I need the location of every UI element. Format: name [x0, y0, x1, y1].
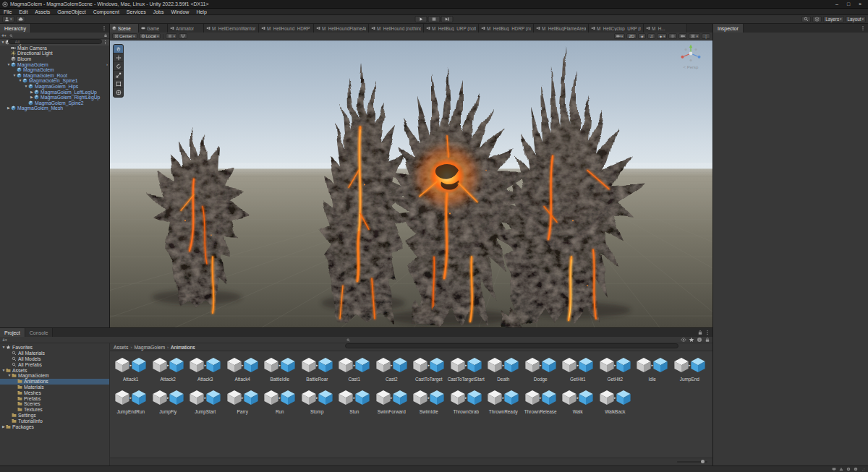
asset-gethit2[interactable]: ▸GetHit2 [597, 354, 634, 382]
warning-icon[interactable] [839, 467, 843, 471]
expand-subassets-arrow[interactable]: ▸ [540, 363, 542, 367]
lock-icon[interactable] [705, 337, 710, 343]
breadcrumb-magmagolem[interactable]: MagmaGolem [134, 345, 165, 350]
expand-subassets-arrow[interactable]: ▸ [278, 363, 281, 367]
tab-m-hellcyclop-urp-nothi[interactable]: M_HellCyclop_URP (nothi... [589, 24, 644, 33]
menu-window[interactable]: Window [168, 9, 193, 14]
layout-dropdown[interactable]: Layout▾ [846, 16, 866, 22]
menu-gameobject[interactable]: GameObject [54, 9, 89, 14]
hierarchy-item-magmagolem-hips-8[interactable]: ▼MagmaGolem_Hips [0, 84, 109, 90]
tab-m-helldemonwarrior-arm[interactable]: M_HellDemonWarrior_Arm... [204, 24, 259, 33]
project-tree-meshes[interactable]: Meshes [0, 390, 109, 395]
audio-toggle[interactable]: ♫ [647, 33, 655, 39]
tab-animator[interactable]: Animator [168, 24, 204, 33]
tab-hierarchy[interactable]: Hierarchy [0, 24, 31, 33]
slider-knob[interactable] [701, 460, 705, 463]
asset-gethit1[interactable]: ▸GetHit1 [559, 354, 597, 382]
expand-subassets-arrow[interactable]: ▸ [278, 395, 281, 400]
tab-m-hellhoundflamearea[interactable]: M_HellHoundFlameArea_... [314, 24, 369, 33]
snap-toggle[interactable] [179, 33, 187, 39]
expand-subassets-arrow[interactable]: ▸ [391, 395, 393, 400]
view-tool-button[interactable] [114, 45, 123, 53]
expand-subassets-arrow[interactable]: ▸ [353, 395, 355, 400]
hidden-packages-icon[interactable] [681, 337, 686, 343]
2d-toggle[interactable]: 2D [626, 33, 637, 39]
project-tree-animations[interactable]: Animations [0, 379, 109, 385]
tab-m-hellbug-hdrp-nothing[interactable]: M_HellBug_HDRP (nothing... [479, 24, 534, 33]
asset-death[interactable]: ▸Death [485, 354, 522, 382]
menu-assets[interactable]: Assets [31, 9, 54, 14]
asset-thrownrelease[interactable]: ▸ThrownRelease [522, 387, 560, 414]
asset-battleroar[interactable]: ▸BattleRoar [299, 354, 336, 382]
render-mode-dropdown[interactable]: ▾ [614, 33, 626, 39]
hierarchy-item-bloom-3[interactable]: Bloom [0, 56, 109, 62]
asset-battleidle[interactable]: ▸BattleIdle [261, 354, 299, 382]
hierarchy-item-magmagolem-spine1-7[interactable]: ▼MagmaGolem_Spine1 [0, 78, 109, 84]
expand-subassets-arrow[interactable]: ▸ [614, 363, 616, 367]
play-button[interactable] [415, 16, 427, 22]
asset-walkback[interactable]: ▸WalkBack [597, 387, 634, 414]
expand-subassets-arrow[interactable]: ▸ [502, 395, 504, 400]
project-tree-packages[interactable]: ▶Packages [0, 424, 109, 429]
expand-subassets-arrow[interactable]: ▸ [242, 363, 244, 367]
project-kebab-icon[interactable] [705, 330, 710, 335]
tab-inspector[interactable]: Inspector [713, 24, 744, 33]
lighting-toggle[interactable]: ☀ [638, 33, 646, 39]
expand-subassets-arrow[interactable]: ▸ [614, 395, 616, 400]
lock-icon[interactable] [103, 33, 108, 38]
expand-subassets-arrow[interactable]: ▸ [465, 363, 467, 367]
expand-subassets-arrow[interactable]: ▸ [167, 395, 169, 400]
asset-swimforward[interactable]: ▸SwimForward [373, 387, 411, 414]
menu-edit[interactable]: Edit [15, 9, 31, 14]
hierarchy-search-input[interactable] [8, 39, 102, 44]
pivot-dropdown[interactable]: Center▾ [112, 33, 137, 39]
hierarchy-item-magmagolem-rightlegup-10[interactable]: ▶MagmaGolem_RightLegUp [0, 95, 109, 100]
tab-console[interactable]: Console [25, 328, 54, 337]
account-dropdown[interactable]: ▾ [2, 16, 14, 22]
orientation-dropdown[interactable]: Local▾ [139, 33, 161, 39]
expand-subassets-arrow[interactable]: ▸ [204, 395, 206, 400]
search-everything-button[interactable] [801, 16, 811, 22]
projection-label[interactable]: < Persp [673, 65, 708, 69]
scene-viewport[interactable]: < Persp [110, 40, 712, 327]
cloud-button[interactable] [16, 16, 25, 22]
rect-tool-button[interactable] [114, 80, 123, 88]
menu-help[interactable]: Help [192, 9, 210, 14]
expand-subassets-arrow[interactable]: ▸ [204, 363, 206, 367]
prefab-open-chevron[interactable]: › [106, 62, 108, 66]
grid-snap-dropdown[interactable]: ▾ [166, 33, 177, 39]
expand-subassets-arrow[interactable]: ▸ [353, 363, 355, 367]
project-tree-materials[interactable]: Materials [0, 385, 109, 390]
expand-subassets-arrow[interactable]: ▸ [167, 363, 169, 367]
camera-settings-button[interactable] [678, 33, 687, 39]
menu-services[interactable]: Services [123, 9, 150, 14]
asset-swimidle[interactable]: ▸SwimIdle [410, 387, 448, 414]
expand-subassets-arrow[interactable]: ▸ [427, 363, 430, 367]
hierarchy-item-magmagolem-root-6[interactable]: ▼MagmaGolem_Root [0, 73, 109, 79]
pause-button[interactable] [428, 16, 441, 22]
icon-size-slider[interactable] [677, 461, 707, 463]
asset-jumpend[interactable]: ▸JumpEnd [671, 354, 709, 382]
project-tree-all-models[interactable]: All Models [0, 356, 109, 362]
gizmos-dropdown[interactable]: ▾ [689, 33, 700, 39]
asset-cast1[interactable]: ▸Cast1 [336, 354, 373, 382]
breadcrumb-animations[interactable]: Animations [171, 345, 195, 350]
minimize-button[interactable]: – [831, 0, 843, 8]
asset-run[interactable]: ▸Run [261, 387, 299, 414]
expand-subassets-arrow[interactable]: ▸ [689, 363, 691, 367]
expand-subassets-arrow[interactable]: ▸ [651, 363, 653, 367]
error-icon[interactable] [846, 467, 851, 471]
asset-jumpendrun[interactable]: ▸JumpEndRun [112, 387, 150, 414]
tab-m-hellhound-nothing-loa[interactable]: M_HellHound (nothing loa... [369, 24, 424, 33]
console-message-icon[interactable] [832, 467, 836, 471]
hierarchy-item-main-camera-1[interactable]: Main Camera [0, 46, 109, 51]
hierarchy-item-magmagolem-5[interactable]: MagmaGolem [0, 67, 109, 73]
hierarchy-item-magmagolem-spine2-11[interactable]: MagmaGolem_Spine2 [0, 100, 109, 106]
asset-dodge[interactable]: ▸Dodge [522, 354, 560, 382]
expand-subassets-arrow[interactable]: ▸ [465, 395, 467, 400]
add-gameobject-button[interactable]: +▾ [1, 33, 7, 38]
project-tree-magmagolem[interactable]: ▼MagmaGolem [0, 373, 109, 379]
hierarchy-item-directional-light-2[interactable]: Directional Light [0, 51, 109, 56]
tab-project[interactable]: Project [0, 328, 25, 337]
project-tree-settings[interactable]: Settings [0, 413, 109, 419]
